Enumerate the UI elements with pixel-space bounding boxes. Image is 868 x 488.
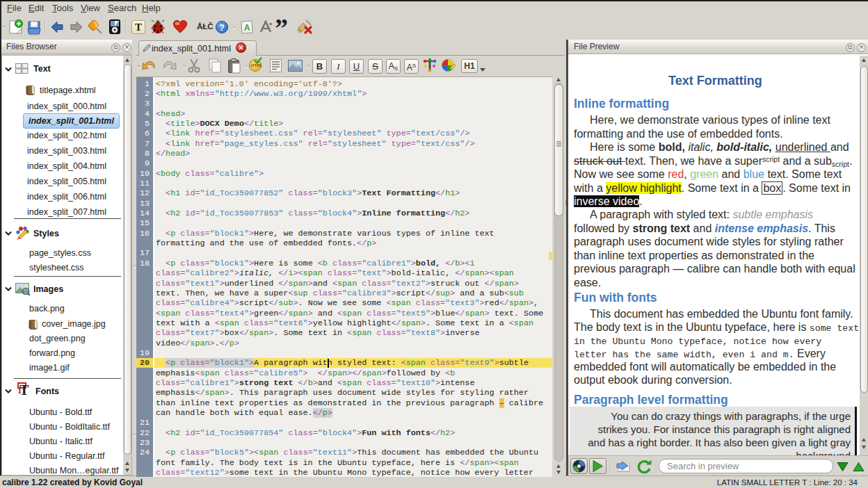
- svg-text:A: A: [244, 23, 250, 33]
- svg-text:»: »: [269, 21, 273, 27]
